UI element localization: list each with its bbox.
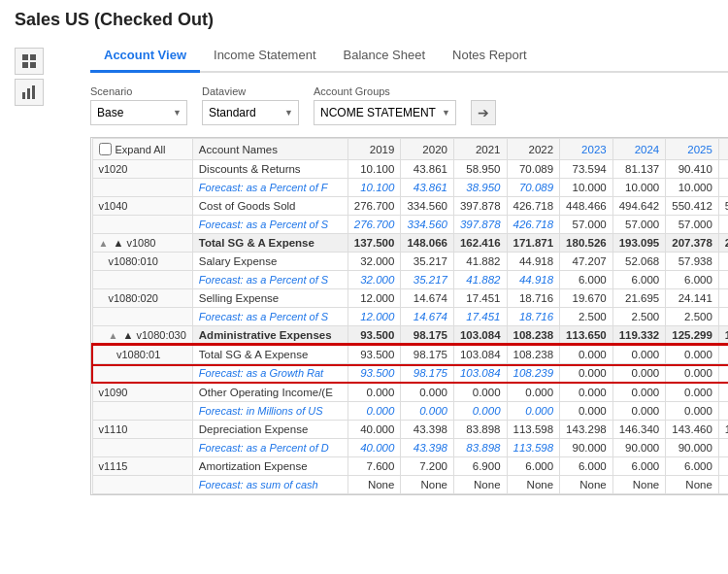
- year-2026-header[interactable]: 2026: [718, 139, 728, 160]
- forecast-value: 10.000: [612, 179, 666, 197]
- forecast-link: Forecast: as a Percent of F: [199, 182, 328, 193]
- account-name: Depreciation Expense: [192, 421, 347, 439]
- account-code: v1080:01: [92, 345, 192, 364]
- account-code: v1020: [92, 160, 192, 179]
- account-name: Amortization Expense: [192, 457, 347, 476]
- table-row: v1020 Discounts & Returns 10.100 43.861 …: [92, 160, 728, 179]
- cell-value: 81.137: [612, 160, 666, 179]
- table-row-forecast-selected: Forecast: as a Growth Rat 93.500 98.175 …: [92, 364, 728, 384]
- forecast-value: 10.000: [666, 179, 719, 197]
- cell-value: 58.950: [453, 160, 507, 179]
- account-code: ▲ ▲ v1080: [92, 234, 192, 253]
- account-code: v1115: [92, 457, 192, 476]
- expand-all-checkbox-label[interactable]: Expand All: [99, 143, 186, 155]
- table-row: v1080:010 Salary Expense 32.000 35.217 4…: [92, 253, 728, 271]
- year-2025-header[interactable]: 2025: [666, 139, 719, 160]
- cell-value: 70.089: [507, 160, 560, 179]
- account-name: Cost of Goods Sold: [192, 197, 347, 216]
- table-row: v1080:020 Selling Expense 12.000 14.674 …: [92, 289, 728, 308]
- account-name: Salary Expense: [192, 253, 347, 271]
- tab-income-statement[interactable]: Income Statement: [200, 40, 330, 73]
- tab-notes-report[interactable]: Notes Report: [439, 40, 541, 73]
- svg-rect-3: [30, 62, 36, 68]
- table-row-forecast: Forecast: as a Percent of S 12.000 14.67…: [92, 308, 728, 326]
- forecast-value: 38.950: [453, 179, 507, 197]
- account-code: v1110: [92, 421, 192, 439]
- arrow-button[interactable]: ➔: [471, 100, 496, 125]
- forecast-link: Forecast: in Millions of US: [199, 405, 323, 417]
- expand-all-checkbox[interactable]: [99, 143, 112, 155]
- year-2021-header: 2021: [453, 139, 507, 160]
- tab-account-view[interactable]: Account View: [90, 40, 200, 73]
- account-code: v1040: [92, 197, 192, 216]
- page-title: Sales US (Checked Out): [15, 10, 713, 30]
- year-2019-header: 2019: [347, 139, 401, 160]
- account-code: v1080:010: [92, 253, 192, 271]
- account-name: Total SG & A Expense: [192, 234, 347, 253]
- table-row: v1110 Depreciation Expense 40.000 43.398…: [92, 421, 728, 439]
- table-row-header: ▲ ▲ v1080 Total SG & A Expense 137.500 1…: [92, 234, 728, 253]
- forecast-value: 43.861: [401, 179, 454, 197]
- chart-view-button[interactable]: [15, 79, 44, 106]
- dataview-select[interactable]: Standard Detail Summary: [202, 100, 299, 125]
- account-code: v1090: [92, 383, 192, 402]
- year-2020-header: 2020: [401, 139, 454, 160]
- account-code: v1080:020: [92, 289, 192, 308]
- forecast-link: Forecast: as a Percent of S: [199, 311, 328, 322]
- svg-rect-4: [22, 92, 25, 99]
- account-code: ▲ ▲ v1080:030: [92, 326, 192, 346]
- table-row-forecast: Forecast: as a Percent of F 10.100 43.86…: [92, 179, 728, 197]
- year-2022-header: 2022: [507, 139, 560, 160]
- account-name: Total SG & A Expense: [192, 345, 347, 364]
- table-row: v1090 Other Operating Income/(E 0.000 0.…: [92, 383, 728, 402]
- svg-rect-0: [22, 54, 28, 60]
- tab-balance-sheet[interactable]: Balance Sheet: [330, 40, 440, 73]
- forecast-value: 10.100: [347, 179, 401, 197]
- cell-value: 10.100: [347, 160, 401, 179]
- forecast-link: Forecast: as a Growth Rat: [199, 367, 323, 379]
- svg-rect-6: [32, 85, 35, 99]
- forecast-value: 70.089: [507, 179, 560, 197]
- svg-rect-1: [30, 54, 36, 60]
- table-row-selected: v1080:01 Total SG & A Expense 93.500 98.…: [92, 345, 728, 364]
- account-groups-select[interactable]: NCOME STATEMENT BALANCE SHEET CASH FLOW: [314, 100, 456, 125]
- cell-value: 43.861: [401, 160, 454, 179]
- account-names-header: Account Names: [192, 139, 347, 160]
- account-groups-label: Account Groups: [314, 85, 456, 97]
- account-name: Selling Expense: [192, 289, 347, 308]
- table-row-forecast: Forecast: as a Percent of D 40.000 43.39…: [92, 439, 728, 457]
- forecast-value: 10.000: [560, 179, 613, 197]
- forecast-link: Forecast: as a Percent of S: [199, 274, 328, 286]
- svg-rect-2: [22, 62, 28, 68]
- forecast-link: Forecast: as sum of cash: [199, 479, 318, 490]
- forecast-value: 10.000: [718, 179, 728, 197]
- grid-view-button[interactable]: [15, 48, 44, 75]
- expand-icon: ▲: [109, 330, 118, 341]
- account-name: Discounts & Returns: [192, 160, 347, 179]
- cell-value: 73.594: [560, 160, 613, 179]
- forecast-link: Forecast: as a Percent of S: [199, 219, 328, 230]
- year-2024-header[interactable]: 2024: [612, 139, 666, 160]
- table-row-forecast: Forecast: as a Percent of S 32.000 35.21…: [92, 271, 728, 289]
- dataview-label: Dataview: [202, 85, 299, 97]
- svg-rect-5: [27, 88, 30, 99]
- table-row-forecast: Forecast: as sum of cash None None None …: [92, 476, 728, 494]
- expand-icon: ▲: [99, 238, 109, 249]
- account-name: Administrative Expenses: [192, 326, 347, 346]
- table-row: v1040 Cost of Goods Sold 276.700 334.560…: [92, 197, 728, 216]
- scenario-select[interactable]: Base Budget Forecast: [90, 100, 187, 125]
- cell-value: 94.026: [718, 160, 728, 179]
- table-row-forecast: Forecast: as a Percent of S 276.700 334.…: [92, 216, 728, 234]
- account-name: Other Operating Income/(E: [192, 383, 347, 402]
- cell-value: 90.410: [666, 160, 719, 179]
- scenario-label: Scenario: [90, 85, 187, 97]
- forecast-link: Forecast: as a Percent of D: [199, 442, 329, 454]
- table-row: v1115 Amortization Expense 7.600 7.200 6…: [92, 457, 728, 476]
- year-2023-header[interactable]: 2023: [560, 139, 613, 160]
- table-row-subheader: ▲ ▲ v1080:030 Administrative Expenses 93…: [92, 326, 728, 346]
- table-row-forecast: Forecast: in Millions of US 0.000 0.000 …: [92, 402, 728, 421]
